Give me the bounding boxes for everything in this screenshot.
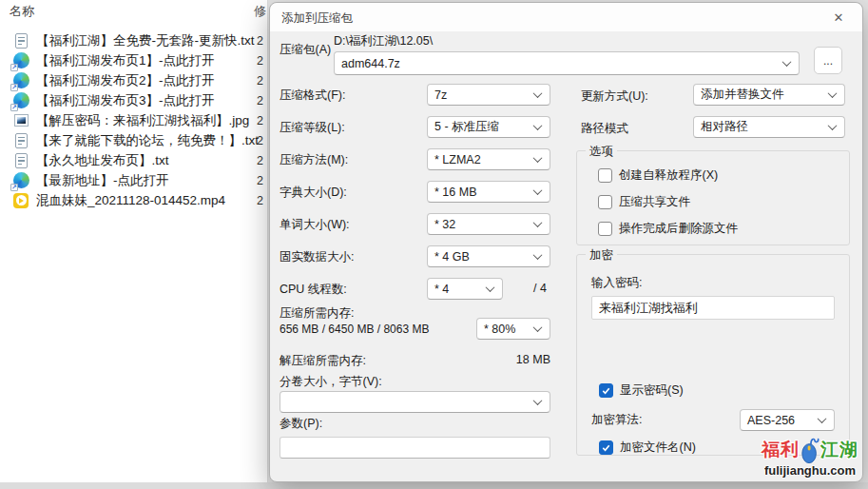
field-value: 7z bbox=[434, 88, 447, 102]
media-file-icon bbox=[12, 192, 29, 209]
show-password-row: 显示密码(S) bbox=[599, 382, 835, 399]
chevron-down-icon bbox=[533, 88, 543, 98]
parameters-input[interactable] bbox=[280, 437, 550, 459]
encryption-method-label: 加密算法: bbox=[591, 412, 642, 428]
image-file-icon bbox=[12, 112, 29, 129]
logo-url: fulijianghu.com bbox=[754, 463, 866, 478]
archive-label: 压缩包(A) bbox=[280, 42, 331, 58]
archive-name-combo[interactable]: adm644.7z bbox=[334, 51, 800, 75]
update-mode-combo[interactable]: 添加并替换文件 bbox=[693, 84, 845, 106]
edge-shortcut-icon: ↗ bbox=[12, 172, 29, 189]
chevron-down-icon bbox=[486, 283, 495, 292]
close-icon[interactable]: ✕ bbox=[826, 8, 851, 28]
text-file-icon bbox=[12, 32, 29, 49]
field-value: * 4 GB bbox=[434, 250, 470, 264]
options-group-title: 选项 bbox=[586, 144, 617, 160]
volume-size-combo[interactable] bbox=[280, 391, 550, 413]
update-mode-label: 更新方式(U): bbox=[581, 88, 648, 105]
memory-percent-combo[interactable]: * 80% bbox=[476, 318, 550, 340]
field-combo[interactable]: * 4 GB bbox=[427, 245, 550, 267]
column-divider bbox=[267, 0, 268, 482]
column-header-name[interactable]: 名称 bbox=[10, 3, 34, 20]
file-row[interactable]: ↗ 【福利江湖发布页1】-点此打开 2 bbox=[0, 50, 267, 70]
edge-shortcut-icon: ↗ bbox=[12, 52, 29, 69]
file-row[interactable]: 【永久地址发布页】.txt 2 bbox=[0, 150, 267, 170]
decompress-memory-value: 18 MB bbox=[489, 353, 550, 366]
option-row: 压缩共享文件 bbox=[598, 194, 849, 210]
field-value: * 32 bbox=[434, 218, 455, 231]
checkbox[interactable] bbox=[598, 222, 612, 236]
password-input[interactable] bbox=[591, 296, 835, 320]
cpu-threads-max: / 4 bbox=[533, 282, 547, 295]
chevron-down-icon bbox=[533, 121, 543, 130]
date-modified-partial: 2 bbox=[257, 154, 263, 167]
file-row[interactable]: 【福利江湖】全免费-无套路-更新快.txt 2 bbox=[0, 30, 267, 50]
date-modified-partial: 2 bbox=[257, 194, 263, 207]
cpu-threads-combo[interactable]: * 4 bbox=[427, 278, 503, 300]
path-mode-combo[interactable]: 相对路径 bbox=[693, 116, 845, 138]
memory-usage-label: 压缩所需内存: bbox=[280, 305, 354, 322]
field-value: * LZMA2 bbox=[434, 153, 481, 166]
cpu-threads-label: CPU 线程数: bbox=[280, 282, 347, 298]
edge-shortcut-icon: ↗ bbox=[12, 92, 29, 109]
file-row[interactable]: 【来了就能下载的论坛，纯免费！】.txt 2 bbox=[0, 130, 267, 150]
checkbox[interactable] bbox=[598, 168, 612, 183]
volume-size-label: 分卷大小，字节(V): bbox=[280, 374, 382, 390]
date-modified-partial: 2 bbox=[257, 94, 263, 108]
edge-shortcut-icon: ↗ bbox=[12, 72, 29, 89]
logo-text-red: 福利 bbox=[762, 438, 800, 462]
chevron-down-icon bbox=[533, 396, 543, 405]
file-row[interactable]: ↗ 【最新地址】-点此打开 2 bbox=[0, 170, 267, 190]
chevron-down-icon bbox=[828, 121, 838, 130]
text-file-icon bbox=[12, 152, 29, 169]
file-row[interactable]: ↗ 【福利江湖发布页3】-点此打开 2 bbox=[0, 90, 267, 110]
parameters-label: 参数(P): bbox=[280, 416, 322, 432]
chevron-down-icon bbox=[533, 153, 543, 163]
window-bottom-edge bbox=[0, 482, 868, 489]
field-combo[interactable]: * LZMA2 bbox=[427, 148, 550, 170]
file-row[interactable]: 混血妹妹_20211128-014452.mp4 2 bbox=[0, 190, 267, 210]
field-label: 压缩方法(M): bbox=[280, 152, 348, 168]
screen: 名称 修 【福利江湖】全免费-无套路-更新快.txt 2 ↗ 【福利江湖发布页1… bbox=[0, 0, 868, 489]
field-combo[interactable]: * 32 bbox=[427, 213, 550, 235]
field-label: 单词大小(W): bbox=[280, 217, 350, 233]
chevron-down-icon bbox=[533, 323, 543, 332]
column-header-date-partial[interactable]: 修 bbox=[254, 3, 266, 20]
date-modified-partial: 2 bbox=[257, 174, 263, 187]
field-value: 5 - 标准压缩 bbox=[434, 119, 499, 135]
browse-button[interactable]: ... bbox=[814, 47, 842, 74]
archive-name-value: adm644.7z bbox=[341, 57, 400, 70]
option-row: 操作完成后删除源文件 bbox=[598, 221, 849, 237]
show-password-checkbox[interactable] bbox=[599, 383, 613, 398]
encryption-group: 加密 输入密码: 显示密码(S) 加密算法: AES-256 bbox=[576, 254, 850, 456]
file-row[interactable]: 【解压密码：来福利江湖找福利】.jpg 2 bbox=[0, 110, 267, 130]
chevron-down-icon bbox=[782, 57, 792, 67]
add-to-archive-dialog: 添加到压缩包 ✕ 压缩包(A) D:\福利江湖\12.05\ adm644.7z… bbox=[269, 2, 863, 482]
field-label: 固实数据大小: bbox=[280, 249, 354, 265]
field-combo[interactable]: 7z bbox=[427, 84, 550, 106]
field-combo[interactable]: * 16 MB bbox=[427, 181, 550, 203]
date-modified-partial: 2 bbox=[257, 74, 263, 88]
date-modified-partial: 2 bbox=[257, 54, 263, 68]
encryption-method-combo[interactable]: AES-256 bbox=[740, 409, 835, 431]
chevron-down-icon bbox=[533, 250, 543, 260]
field-combo[interactable]: 5 - 标准压缩 bbox=[427, 116, 550, 138]
dialog-title: 添加到压缩包 bbox=[281, 10, 353, 27]
field-label: 字典大小(D): bbox=[280, 185, 347, 201]
date-modified-partial: 2 bbox=[257, 114, 263, 127]
dialog-titlebar[interactable]: 添加到压缩包 ✕ bbox=[270, 3, 862, 31]
date-modified-partial: 2 bbox=[257, 134, 263, 147]
option-row: 创建自释放程序(X) bbox=[598, 167, 849, 184]
chevron-down-icon bbox=[533, 186, 543, 195]
chevron-down-icon bbox=[818, 414, 827, 423]
path-mode-label: 路径模式 bbox=[581, 121, 628, 137]
encrypt-file-names-checkbox[interactable] bbox=[599, 440, 613, 455]
fulijianghu-watermark: 福利 江湖 fulijianghu.com bbox=[754, 436, 866, 478]
mouse-icon bbox=[800, 436, 820, 464]
chevron-down-icon bbox=[533, 218, 543, 227]
field-value: * 16 MB bbox=[434, 186, 476, 199]
checkbox[interactable] bbox=[598, 195, 612, 209]
file-row[interactable]: ↗ 【福利江湖发布页2】-点此打开 2 bbox=[0, 70, 267, 90]
date-modified-partial: 2 bbox=[257, 34, 263, 48]
field-label: 压缩格式(F): bbox=[280, 88, 345, 104]
